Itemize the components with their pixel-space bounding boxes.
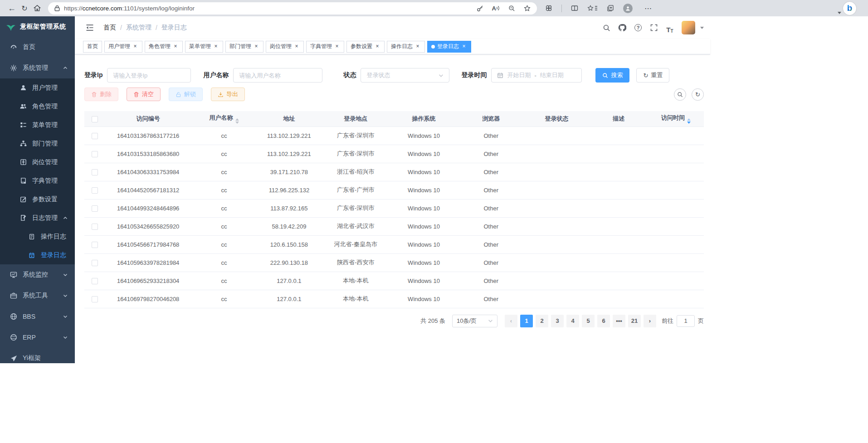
close-icon[interactable]: × xyxy=(132,44,138,50)
page-button[interactable]: ••• xyxy=(613,315,625,327)
page-button[interactable]: 6 xyxy=(597,315,610,327)
copilot-icon[interactable]: b xyxy=(843,2,856,15)
unlock-button[interactable]: 解锁 xyxy=(169,88,203,101)
sidebar-item-erp[interactable]: ERP xyxy=(0,327,75,348)
nav-tab[interactable]: 岗位管理 × xyxy=(266,41,304,53)
page-button[interactable]: 4 xyxy=(566,315,579,327)
github-icon[interactable] xyxy=(616,22,628,34)
row-checkbox[interactable] xyxy=(92,224,98,230)
nav-tab[interactable]: 登录日志 × xyxy=(427,41,471,53)
fullscreen-icon[interactable] xyxy=(648,22,660,34)
sort-caret-icon[interactable] xyxy=(235,118,239,124)
sidebar-item-operlog[interactable]: 操作日志 xyxy=(0,227,75,246)
nav-tab[interactable]: 字典管理 × xyxy=(306,41,344,53)
address-bar[interactable]: https://ccnetcore.com:1101/system/log/lo… xyxy=(48,2,537,15)
sidebar-item-loginlog[interactable]: 登录日志 xyxy=(0,246,75,264)
avatar[interactable] xyxy=(682,21,695,34)
help-icon[interactable]: ? xyxy=(632,22,644,34)
col-username[interactable]: 用户名称 xyxy=(191,111,256,127)
close-icon[interactable]: × xyxy=(253,44,259,50)
font-size-icon[interactable]: TT xyxy=(664,22,676,34)
page-button[interactable]: 21 xyxy=(628,315,641,327)
sidebar-fold-button[interactable] xyxy=(84,22,96,34)
nav-tab[interactable]: 部门管理 × xyxy=(225,41,263,53)
clear-button[interactable]: 清空 xyxy=(127,88,161,101)
sidebar-item-system[interactable]: 系统管理 xyxy=(0,58,75,78)
extensions-icon[interactable] xyxy=(545,5,552,12)
sort-caret-icon[interactable] xyxy=(687,118,691,124)
close-icon[interactable]: × xyxy=(414,44,421,50)
page-button[interactable]: 1 xyxy=(520,315,533,327)
row-checkbox[interactable] xyxy=(92,296,98,302)
zoom-icon[interactable] xyxy=(508,5,515,12)
page-size-select[interactable]: 10条/页 xyxy=(452,315,497,327)
sidebar-item-bbs[interactable]: BBS xyxy=(0,306,75,327)
settings-more-icon[interactable]: ⋯ xyxy=(642,2,654,15)
goto-page-input[interactable] xyxy=(677,315,695,327)
delete-button[interactable]: 删除 xyxy=(84,88,118,101)
page-button[interactable]: 3 xyxy=(551,315,564,327)
page-button[interactable]: 5 xyxy=(582,315,595,327)
nav-tab[interactable]: 参数设置 × xyxy=(346,41,385,53)
ip-input[interactable] xyxy=(107,68,191,83)
page-button[interactable]: 2 xyxy=(536,315,548,327)
split-screen-icon[interactable] xyxy=(571,5,578,12)
home-button[interactable] xyxy=(31,2,44,15)
select-all-checkbox[interactable] xyxy=(92,116,98,122)
row-checkbox[interactable] xyxy=(92,205,98,212)
row-checkbox[interactable] xyxy=(92,151,98,157)
close-icon[interactable]: × xyxy=(334,44,340,50)
close-icon[interactable]: × xyxy=(374,44,380,50)
sidebar-item-monitor[interactable]: 系统监控 xyxy=(0,264,75,285)
reset-button[interactable]: ↻ 重置 xyxy=(636,68,669,83)
row-checkbox[interactable] xyxy=(92,187,98,194)
search-button[interactable]: 搜索 xyxy=(595,68,629,83)
header-search-icon[interactable] xyxy=(600,22,612,34)
sidebar-item-dept-mgmt[interactable]: 部门管理 xyxy=(0,134,75,153)
next-page-button[interactable]: › xyxy=(644,315,656,327)
close-icon[interactable]: × xyxy=(213,44,219,50)
sidebar-item-role-mgmt[interactable]: 角色管理 xyxy=(0,97,75,116)
sidebar-item-home[interactable]: 首页 xyxy=(0,37,75,58)
prev-page-button[interactable]: ‹ xyxy=(505,315,517,327)
refresh-table-button[interactable]: ↻ xyxy=(692,88,704,101)
nav-tab[interactable]: 菜单管理 × xyxy=(185,41,223,53)
sidebar-item-log-mgmt[interactable]: 日志管理 xyxy=(0,209,75,227)
row-checkbox[interactable] xyxy=(92,133,98,139)
date-range-picker[interactable]: 开始日期 - 结束日期 xyxy=(491,68,582,83)
nav-tab[interactable]: 用户管理 × xyxy=(104,41,142,53)
favorites-star-icon[interactable] xyxy=(524,5,531,12)
collections-icon[interactable] xyxy=(607,5,614,12)
breadcrumb-item[interactable]: 首页 xyxy=(103,24,116,32)
password-key-icon[interactable] xyxy=(477,5,483,12)
close-icon[interactable]: × xyxy=(293,44,300,50)
nav-tab[interactable]: 首页 xyxy=(83,41,102,53)
sidebar-item-dict-mgmt[interactable]: 字典管理 xyxy=(0,171,75,190)
row-checkbox[interactable] xyxy=(92,169,98,175)
nav-tab[interactable]: 角色管理 × xyxy=(145,41,183,53)
export-button[interactable]: 导出 xyxy=(211,88,245,101)
sidebar-item-post-mgmt[interactable]: 岗位管理 xyxy=(0,153,75,171)
status-select[interactable]: 登录状态 xyxy=(361,68,449,83)
favorites-bar-icon[interactable] xyxy=(587,5,598,11)
back-button[interactable]: ← xyxy=(5,2,18,15)
url-text[interactable]: https://ccnetcore.com:1101/system/log/lo… xyxy=(64,5,477,12)
col-time[interactable]: 访问时间 xyxy=(648,111,704,127)
sidebar-item-menu-mgmt[interactable]: 菜单管理 xyxy=(0,116,75,134)
show-search-button[interactable] xyxy=(674,88,686,101)
nav-tab[interactable]: 操作日志 × xyxy=(387,41,425,53)
profile-icon[interactable] xyxy=(623,4,633,13)
row-checkbox[interactable] xyxy=(92,242,98,248)
row-checkbox[interactable] xyxy=(92,260,98,266)
sidebar-item-yi[interactable]: Yi框架 xyxy=(0,348,75,363)
row-checkbox[interactable] xyxy=(92,278,98,284)
read-aloud-icon[interactable]: A xyxy=(492,5,500,12)
sidebar-item-config[interactable]: 参数设置 xyxy=(0,190,75,209)
sidebar-item-user-mgmt[interactable]: 用户管理 xyxy=(0,78,75,97)
close-icon[interactable]: × xyxy=(172,44,179,50)
close-icon[interactable]: × xyxy=(461,44,467,50)
breadcrumb-item[interactable]: 系统管理 xyxy=(126,24,151,32)
username-input[interactable] xyxy=(233,68,322,83)
refresh-button[interactable]: ↻ xyxy=(18,2,31,15)
sidebar-item-tools[interactable]: 系统工具 xyxy=(0,285,75,306)
